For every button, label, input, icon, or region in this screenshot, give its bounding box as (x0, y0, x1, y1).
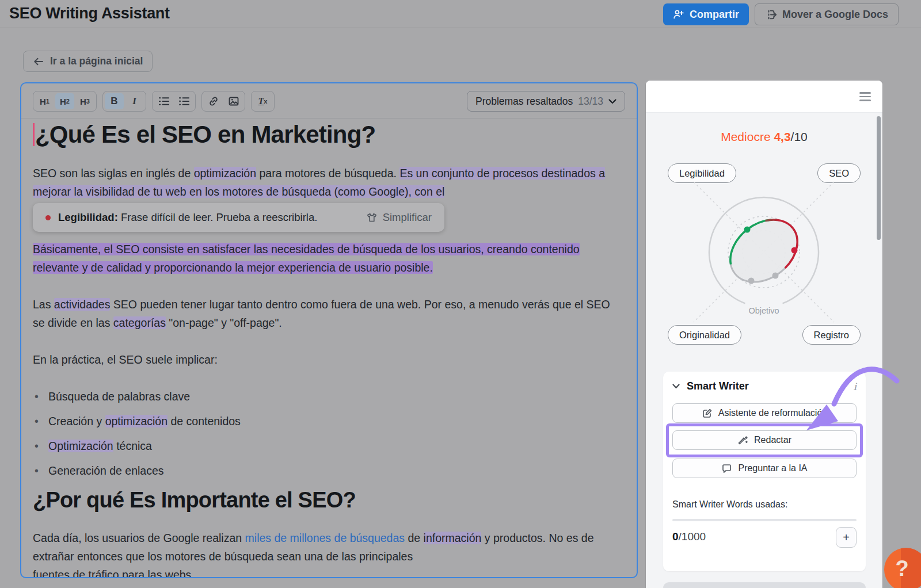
simplify-button[interactable]: Simplificar (366, 208, 432, 227)
issue-dot-icon (45, 215, 51, 220)
text-segment: para motores de búsqueda. (256, 167, 399, 180)
panel-header (646, 81, 882, 113)
magic-pen-icon (737, 435, 748, 446)
ask-ai-label: Preguntar a la IA (738, 463, 807, 474)
document-heading-2: ¿Por qué Es Importante el SEO? (33, 486, 621, 514)
h2-button[interactable]: H2 (55, 93, 74, 109)
text-segment: actividades (54, 298, 111, 311)
chevron-down-icon (672, 384, 680, 389)
insert-group (201, 91, 245, 112)
text-segment: optimización (194, 167, 256, 180)
text-segment: En la práctica, el SEO suele implicar: (33, 353, 218, 366)
image-button[interactable] (224, 93, 243, 109)
share-button[interactable]: Compartir (663, 3, 749, 25)
link-button[interactable] (204, 93, 223, 109)
simplify-label: Simplificar (383, 208, 432, 227)
export-icon (765, 9, 777, 21)
add-words-button[interactable]: + (836, 527, 857, 548)
words-progress-bar (672, 519, 857, 521)
editor-area[interactable]: H1 H2 H3 B I (20, 82, 638, 578)
list-group (152, 91, 196, 112)
originality-dot[interactable] (748, 278, 755, 284)
arrow-left-icon (33, 56, 44, 67)
score-panel: Mediocre 4,3/10 Legibilidad SEO Original… (646, 81, 882, 588)
score-max: /10 (791, 130, 808, 143)
problems-label: Problemas resaltados (475, 96, 573, 108)
paragraph: Cada día, los usuarios de Google realiza… (33, 529, 621, 566)
text-segment: Básicamente, el SEO consiste en satisfac… (33, 243, 580, 274)
chat-bubble-icon (721, 463, 732, 474)
clear-format-group: Tx (251, 91, 275, 112)
back-to-home-button[interactable]: Ir a la página inicial (23, 51, 153, 72)
chevron-down-icon (608, 99, 616, 104)
text-segment: de (405, 532, 424, 544)
ordered-list-button[interactable] (154, 93, 173, 109)
bold-button[interactable]: B (105, 93, 124, 109)
list-item: Generación de enlaces (33, 461, 621, 480)
paragraph: SEO son las siglas en inglés de optimiza… (33, 164, 621, 201)
bullet-list: Búsqueda de palabras clave Creación y op… (33, 387, 621, 480)
score-gauge-chart: Objetivo (678, 166, 850, 338)
issue-category: Legibilidad: (58, 211, 118, 223)
text-segment: Creación y (48, 415, 105, 427)
readability-issue-tooltip: Legibilidad: Frase difícil de leer. Prue… (33, 203, 444, 232)
overall-score: Mediocre 4,3/10 (646, 130, 882, 144)
highlighted-issues-dropdown[interactable]: Problemas resaltados 13/13 (467, 91, 625, 112)
rephrase-assistant-button[interactable]: Asistente de reformulación (672, 403, 857, 423)
text-segment: información (424, 532, 482, 544)
h3-button[interactable]: H3 (75, 93, 94, 109)
document-heading-1: ¿Qué Es el SEO en Marketing? (33, 120, 621, 149)
text-segment: fuentes de tráfico para las webs (33, 568, 191, 578)
ask-ai-button[interactable]: Preguntar a la IA (672, 459, 857, 478)
text-segment: categorías (113, 316, 166, 329)
edit-icon (702, 408, 713, 419)
readability-dot[interactable] (744, 227, 751, 233)
text-segment: Optimización (48, 440, 113, 452)
bullet-list-button[interactable] (174, 93, 193, 109)
info-icon[interactable]: i (854, 381, 857, 392)
h1-button[interactable]: H1 (35, 93, 54, 109)
issue-text: Frase difícil de leer. Prueba a reescrib… (121, 211, 317, 223)
toolbar-divider (21, 118, 637, 119)
app-header: SEO Writing Assistant Compartir Mover a … (0, 0, 921, 28)
text-link[interactable]: miles de millones de búsquedas (245, 532, 405, 544)
compose-button[interactable]: Redactar (672, 430, 857, 450)
rephrase-label: Asistente de reformulación (718, 408, 827, 418)
text-cursor (33, 123, 35, 146)
words-used-value: 0 (672, 530, 679, 543)
editor-toolbar: H1 H2 H3 B I (33, 90, 625, 112)
heading-group: H1 H2 H3 (33, 91, 97, 112)
smart-writer-title: Smart Writer (687, 380, 749, 392)
text-segment: optimización (105, 415, 168, 427)
paragraph: Básicamente, el SEO consiste en satisfac… (33, 240, 621, 277)
page-title: SEO Writing Assistant (9, 5, 170, 22)
tone-dot[interactable] (772, 273, 779, 279)
seo-dot[interactable] (791, 247, 798, 254)
person-add-icon (673, 9, 684, 20)
italic-button[interactable]: I (125, 93, 144, 109)
text-segment: Las (33, 298, 54, 311)
text-segment: Búsqueda de palabras clave (48, 390, 190, 403)
text-segment: técnica (113, 440, 152, 452)
words-max-value: /1000 (679, 530, 706, 543)
list-item: Creación y optimización de contenidos (33, 412, 621, 430)
clear-formatting-button[interactable]: Tx (253, 93, 272, 109)
document-body[interactable]: ¿Qué Es el SEO en Marketing? SEO son las… (33, 120, 621, 578)
text-segment: Cada día, los usuarios de Google realiza… (33, 532, 245, 544)
words-usage: 0/1000 (672, 530, 706, 543)
text-segment: de contenidos (168, 415, 241, 427)
words-used-label: Smart Writer Words usadas: (672, 499, 787, 510)
move-to-google-docs-button[interactable]: Mover a Google Docs (755, 3, 899, 25)
text-segment: Generación de enlaces (48, 464, 164, 477)
score-value: 4,3 (774, 130, 790, 143)
help-button[interactable]: ? (884, 548, 921, 588)
menu-icon[interactable] (859, 92, 871, 101)
paragraph: En la práctica, el SEO suele implicar: (33, 350, 621, 369)
back-label: Ir a la página inicial (50, 55, 143, 67)
compose-label: Redactar (754, 435, 791, 445)
smart-writer-header[interactable]: Smart Writer i (672, 380, 857, 392)
next-section-card (663, 582, 866, 588)
problems-count: 13/13 (578, 96, 603, 108)
paragraph: fuentes de tráfico para las webs (33, 566, 621, 578)
shirt-icon (366, 212, 378, 223)
